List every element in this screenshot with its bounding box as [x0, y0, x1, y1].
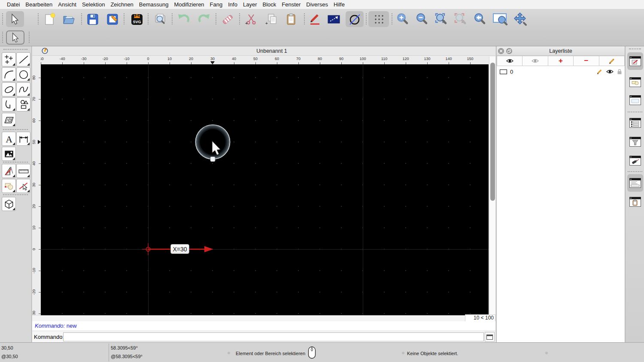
block-tools-button[interactable]: [2, 179, 16, 193]
zoom-previous-icon: [473, 12, 486, 26]
image-tool-button[interactable]: [2, 147, 16, 161]
layer-lock-icon[interactable]: [617, 69, 622, 75]
open-file-button[interactable]: [62, 12, 75, 26]
ruler-label: 10: [161, 57, 178, 61]
layer-visibility-icon[interactable]: [606, 69, 614, 74]
zoom-out-button[interactable]: [415, 12, 428, 26]
view-dock-button[interactable]: [627, 152, 643, 169]
library-window-icon: [629, 95, 641, 105]
measure-tools-button[interactable]: [16, 164, 30, 178]
active-tool-button[interactable]: [6, 30, 24, 45]
zoom-previous-button[interactable]: [473, 12, 486, 26]
vertical-scrollbar-thumb[interactable]: [490, 63, 495, 201]
zoom-selection-button[interactable]: [454, 12, 467, 26]
zoom-window-button[interactable]: [492, 12, 509, 26]
history-value: new: [67, 323, 77, 329]
selection-rectangle-icon: [327, 13, 340, 26]
copy-button[interactable]: +: [264, 12, 278, 26]
erase-button[interactable]: [221, 12, 234, 26]
command-input[interactable]: [63, 332, 484, 341]
restrict-off-button[interactable]: [346, 11, 364, 27]
menu-bearbeiten[interactable]: Bearbeiten: [25, 1, 52, 8]
save-button[interactable]: [86, 12, 99, 26]
command-line-dock-button[interactable]: [627, 174, 643, 192]
menu-diverses[interactable]: Diverses: [306, 1, 328, 8]
menu-hilfe[interactable]: Hilfe: [334, 1, 345, 8]
ellipse-tools-button[interactable]: [2, 82, 16, 97]
command-history: Kommando: new: [32, 321, 495, 331]
dock-handle[interactable]: [629, 48, 641, 49]
circle-tools-button[interactable]: [16, 67, 30, 81]
edit-layer-button[interactable]: [599, 56, 625, 66]
polyline-tools-button[interactable]: [2, 97, 16, 112]
coordinate-relative: @30,50: [1, 354, 18, 359]
drawing-canvas[interactable]: X=30: [41, 64, 489, 315]
modify-selection-button[interactable]: [16, 179, 30, 193]
menu-block[interactable]: Block: [262, 1, 276, 8]
library-browser-dock-button[interactable]: [627, 91, 643, 109]
grid-icon: [373, 13, 385, 25]
pan-button[interactable]: [512, 12, 529, 26]
ruler-label: 80: [32, 70, 36, 85]
cut-button[interactable]: +: [244, 12, 258, 26]
menu-layer[interactable]: Layer: [243, 1, 257, 8]
undo-button[interactable]: [177, 12, 191, 26]
zoom-in-button[interactable]: [396, 12, 409, 26]
menu-fenster[interactable]: Fenster: [282, 1, 301, 8]
save-as-button[interactable]: [106, 12, 119, 26]
main-toolbar: SVG + +: [0, 9, 644, 28]
redo-button[interactable]: [197, 12, 210, 26]
menu-fang[interactable]: Fang: [210, 1, 223, 8]
arc-tools-button[interactable]: [2, 67, 16, 81]
dock-handle[interactable]: [3, 49, 27, 50]
spline-tools-button[interactable]: [16, 82, 30, 97]
layer-row[interactable]: 0: [497, 67, 625, 76]
add-layer-button[interactable]: +: [548, 56, 574, 66]
document-title[interactable]: Unbenannt 1: [216, 48, 328, 54]
new-file-button[interactable]: [43, 12, 56, 26]
command-window-button[interactable]: [485, 332, 495, 342]
menu-bemassung[interactable]: Bemassung: [139, 1, 169, 8]
solid-tools-button[interactable]: [2, 197, 16, 211]
point-tools-button[interactable]: [2, 52, 16, 66]
selection-rectangle-button[interactable]: [327, 12, 340, 26]
block-list-dock-button[interactable]: [627, 73, 643, 91]
grid-toggle-button[interactable]: [368, 11, 389, 27]
text-tools-button[interactable]: A: [2, 132, 16, 146]
menu-bar: Datei Bearbeiten Ansicht Selektion Zeich…: [0, 0, 644, 9]
selection-filter-dock-button[interactable]: [627, 133, 643, 151]
svg-export-icon: SVG: [131, 13, 143, 26]
line-tools-button[interactable]: [16, 52, 30, 66]
ruler-label: 140: [440, 57, 457, 61]
ruler-label: -40: [54, 57, 71, 61]
edit-properties-button[interactable]: [308, 12, 321, 26]
minus-icon: −: [584, 58, 588, 64]
print-preview-button[interactable]: [153, 12, 167, 26]
menu-zeichnen[interactable]: Zeichnen: [110, 1, 133, 8]
show-all-layers-button[interactable]: [497, 56, 522, 66]
menu-modifizieren[interactable]: Modifizieren: [174, 1, 204, 8]
svg-export-button[interactable]: SVG: [130, 12, 143, 26]
shape-tools-button[interactable]: [16, 97, 30, 112]
modify-tools-button[interactable]: [2, 164, 16, 178]
hatch-tools-button[interactable]: [2, 113, 16, 127]
hide-all-layers-button[interactable]: [522, 56, 548, 66]
paste-button[interactable]: [284, 12, 298, 26]
property-list-dock-button[interactable]: [627, 114, 643, 132]
clipboard-dock-button[interactable]: [627, 193, 643, 211]
coordinate-absolute: 30,50: [1, 345, 13, 350]
layer-list-dock-button[interactable]: [627, 52, 643, 70]
selection-tool-button[interactable]: [6, 11, 24, 27]
layer-edit-pencil-icon[interactable]: [596, 68, 603, 75]
reference-point-handle[interactable]: [210, 157, 215, 162]
menu-selektion[interactable]: Selektion: [82, 1, 105, 8]
remove-layer-button[interactable]: −: [574, 56, 599, 66]
menu-datei[interactable]: Datei: [7, 1, 20, 8]
dimension-tools-button[interactable]: [16, 132, 30, 146]
menu-ansicht[interactable]: Ansicht: [58, 1, 76, 8]
menu-info[interactable]: Info: [228, 1, 237, 8]
ruler-label: 130: [419, 57, 436, 61]
horizontal-scrollbar[interactable]: [32, 315, 465, 322]
zoom-auto-button[interactable]: [434, 12, 448, 26]
layer-color-swatch[interactable]: [500, 69, 507, 74]
